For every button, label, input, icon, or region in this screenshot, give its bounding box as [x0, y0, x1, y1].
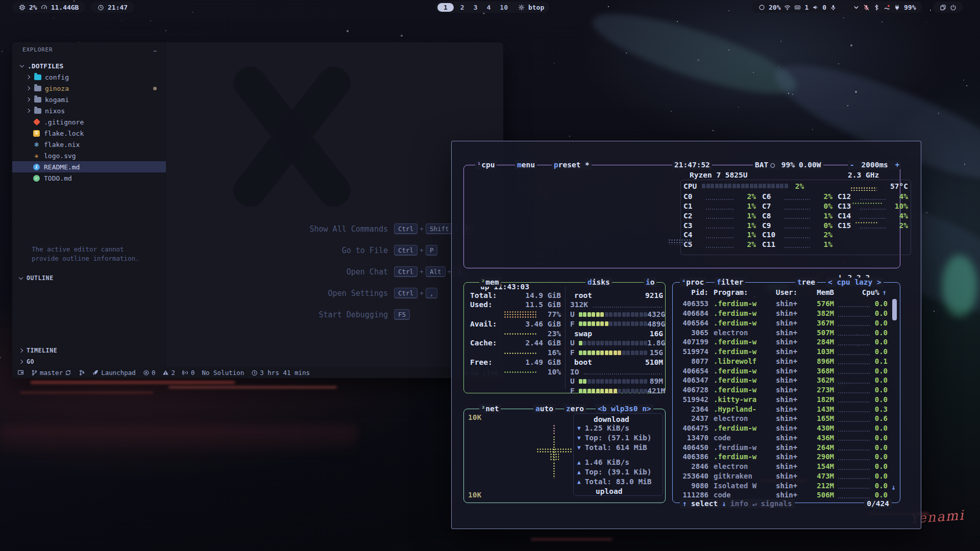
- process-row-3065[interactable]: 3065 electron shin+ 507M 0.0: [677, 328, 895, 337]
- statusbar-item-no-solution[interactable]: No Solution: [202, 369, 244, 377]
- proc-scrollbar[interactable]: [892, 299, 897, 320]
- download-label: download: [594, 415, 629, 423]
- process-row-406728[interactable]: 406728 .ferdium-w shin+ 273M 0.0: [677, 385, 895, 395]
- tray-pill[interactable]: 99%: [846, 2, 922, 13]
- scroll-down-icon[interactable]: ↓: [891, 483, 896, 491]
- process-row-406450[interactable]: 406450 .ferdium-w shin+ 264M 0.0: [677, 442, 895, 452]
- process-row-406654[interactable]: 406654 .ferdium-w shin+ 368M 0.0: [677, 366, 895, 375]
- workspace-2[interactable]: 2: [458, 4, 467, 11]
- workspace-3[interactable]: 3: [471, 4, 480, 11]
- col-memb[interactable]: MemB: [807, 288, 834, 296]
- net-auto-toggle[interactable]: auto: [533, 404, 555, 413]
- clock-pill[interactable]: 21:47: [91, 2, 134, 13]
- statusbar-item-launchpad[interactable]: Launchpad: [92, 369, 136, 377]
- process-row-406347[interactable]: 406347 .ferdium-w shin+ 362M 0.0: [677, 375, 895, 385]
- speaker-icon[interactable]: [812, 4, 819, 11]
- statusbar-item-0[interactable]: 0: [143, 369, 156, 377]
- cpu-box-title[interactable]: ¹cpu: [475, 160, 497, 169]
- statusbar-item-git-graph-icon[interactable]: [79, 369, 85, 376]
- io-toggle[interactable]: io: [644, 278, 656, 287]
- proc-filter-button[interactable]: filter: [715, 278, 745, 287]
- col-user[interactable]: User:: [776, 288, 807, 296]
- process-row-253640[interactable]: 253640 gitkraken shin+ 473M 0.0: [677, 471, 895, 481]
- col-pid[interactable]: Pid:: [677, 288, 708, 296]
- proc-box-title[interactable]: ⁴proc: [680, 278, 706, 287]
- workspace-1[interactable]: 1: [437, 3, 454, 12]
- statusbar-item-master[interactable]: master: [31, 369, 71, 377]
- file-row-TODO.md[interactable]: ✓TODO.md: [12, 172, 166, 184]
- net-box-title[interactable]: ³net: [479, 404, 501, 413]
- hardware-pill[interactable]: 20% 1 0: [752, 2, 843, 13]
- statusbar-item-0[interactable]: 0: [182, 369, 195, 377]
- col-program[interactable]: Program:: [714, 288, 776, 296]
- disk-name-swap: swap16G: [570, 329, 663, 338]
- file-label: .gitignore: [44, 118, 84, 126]
- signals-action[interactable]: signals: [761, 499, 792, 508]
- statusbar-item-remote-window-icon[interactable]: [17, 369, 24, 376]
- proc-sort-selector[interactable]: < cpu lazy >: [826, 278, 884, 287]
- workspace-4[interactable]: 4: [484, 4, 493, 11]
- outline-section-header[interactable]: OUTLINE: [19, 274, 54, 282]
- process-row-406353[interactable]: 406353 .ferdium-w shin+ 576M 0.0: [677, 299, 895, 309]
- process-row-8077[interactable]: 8077 .librewolf shin+ 896M 0.1: [677, 357, 895, 366]
- bluetooth-icon[interactable]: [873, 4, 880, 11]
- menu-button[interactable]: menu: [515, 160, 537, 169]
- preset-button[interactable]: preset *: [552, 160, 592, 169]
- mem-box-title[interactable]: ²mem: [479, 278, 501, 287]
- core-graph-dots: [855, 221, 877, 224]
- clipboard-icon[interactable]: [940, 4, 946, 11]
- file-row-flake.nix[interactable]: ❄flake.nix: [12, 139, 166, 150]
- time: 21:47: [108, 4, 128, 11]
- statusbar-item-3-hrs-41-mins[interactable]: 3 hrs 41 mins: [251, 369, 310, 377]
- root-folder-row[interactable]: .DOTFILES: [12, 60, 166, 71]
- file-row-logo.svg[interactable]: ✳logo.svg: [12, 150, 166, 161]
- file-row-ginoza[interactable]: ginoza: [12, 83, 166, 94]
- power-icon[interactable]: [950, 4, 957, 11]
- power-pill[interactable]: [933, 2, 963, 13]
- file-row-.gitignore[interactable]: .gitignore: [12, 116, 166, 128]
- info-action[interactable]: info: [730, 499, 748, 508]
- recorder-icon[interactable]: [884, 4, 890, 11]
- net-graph-dots: [553, 462, 555, 479]
- file-row-kogami[interactable]: kogami: [12, 94, 166, 105]
- process-row-519942[interactable]: 519942 .kitty-wra shin+ 182M 0.0: [677, 395, 895, 405]
- process-row-2846[interactable]: 2846 electron shin+ 154M 0.0: [677, 462, 895, 471]
- sort-direction-icon[interactable]: ↑: [883, 288, 887, 296]
- go-section-header[interactable]: GO: [19, 358, 34, 365]
- file-row-README.md[interactable]: iREADME.md: [12, 161, 166, 172]
- statusbar-item-2[interactable]: 2: [162, 369, 175, 377]
- process-row-111286[interactable]: 111286 code shin+ 506M 0.0: [677, 490, 895, 500]
- select-action[interactable]: select: [691, 499, 718, 508]
- process-row-13470[interactable]: 13470 code shin+ 436M 0.0: [677, 433, 895, 443]
- mem-row-used: Used:11.5 GiB: [470, 300, 561, 310]
- timeline-section-header[interactable]: TIMELINE: [19, 347, 57, 354]
- update-interval-control[interactable]: - 2000ms +: [848, 160, 901, 169]
- net-zero-toggle[interactable]: zero: [564, 404, 586, 413]
- process-row-2437[interactable]: 2437 electron shin+ 165M 0.6: [677, 414, 895, 423]
- wifi-icon[interactable]: [784, 4, 791, 11]
- system-stats-pill[interactable]: 2% 11.44GB: [12, 2, 85, 13]
- mic-muted-icon[interactable]: [863, 4, 870, 11]
- chevron-down-icon[interactable]: [853, 4, 860, 11]
- mem-graph-dots: [504, 333, 537, 336]
- remote-window-icon: [17, 369, 24, 376]
- microphone-icon[interactable]: [830, 4, 837, 11]
- process-row-9080[interactable]: 9080 Isolated W shin+ 212M 0.0: [677, 481, 895, 490]
- process-row-519974[interactable]: 519974 .ferdium-w shin+ 103M 0.0: [677, 347, 895, 357]
- process-row-406684[interactable]: 406684 .ferdium-w shin+ 382M 0.0: [677, 309, 895, 318]
- file-row-nixos[interactable]: nixos: [12, 105, 166, 116]
- process-row-406564[interactable]: 406564 .ferdium-w shin+ 367M 0.0: [677, 318, 895, 328]
- proc-tree-button[interactable]: tree: [795, 278, 817, 287]
- process-row-406386[interactable]: 406386 .ferdium-w shin+ 290M 0.0: [677, 452, 895, 462]
- workspace-10[interactable]: 10: [497, 4, 510, 11]
- file-row-config[interactable]: config: [12, 71, 166, 83]
- file-row-flake.lock[interactable]: ⚿flake.lock: [12, 128, 166, 139]
- process-row-407199[interactable]: 407199 .ferdium-w shin+ 284M 0.0: [677, 337, 895, 347]
- net-scale-top: 10K: [468, 413, 481, 421]
- more-actions-button[interactable]: …: [153, 46, 158, 53]
- col-cpu[interactable]: Cpu%: [862, 288, 879, 296]
- process-row-406475[interactable]: 406475 .ferdium-w shin+ 430M 0.0: [677, 423, 895, 433]
- process-row-2364[interactable]: 2364 .Hyprland- shin+ 143M 0.3: [677, 404, 895, 414]
- net-interface-selector[interactable]: <b wlp3s0 n>: [596, 404, 653, 413]
- disks-toggle[interactable]: disks: [585, 278, 612, 287]
